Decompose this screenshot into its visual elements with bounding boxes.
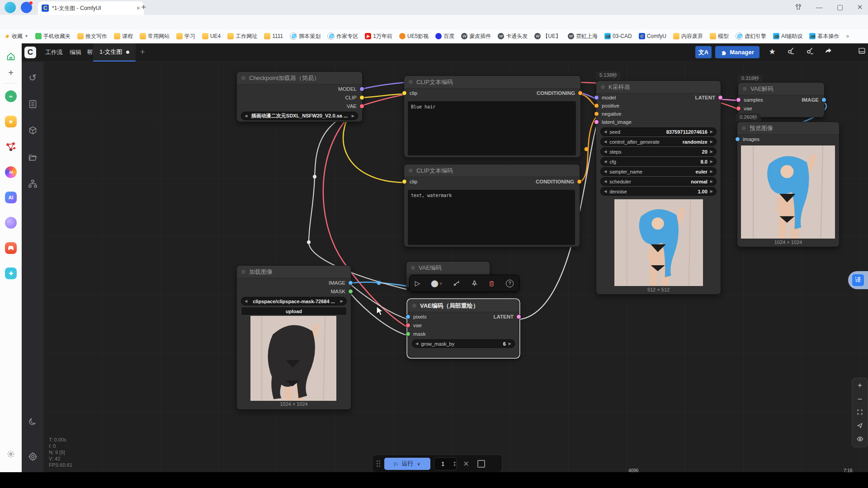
input-slot-model[interactable] [594, 95, 599, 100]
node-load-image[interactable]: 加载图像 IMAGE MASK ◀clipspace/clipspace-mas… [236, 265, 351, 410]
input-slot-vae[interactable] [406, 323, 410, 328]
queue-history-icon[interactable]: ↺ [26, 71, 39, 84]
bookmark-item[interactable]: W卡通头发 [498, 33, 528, 40]
sidebar-link-app-icon[interactable]: ∞ [5, 90, 17, 102]
sidebar-molecule-app-icon[interactable] [5, 141, 17, 153]
sidebar-ai-app-icon[interactable]: AI [5, 192, 17, 203]
bookmark-item[interactable]: 1111 [264, 33, 283, 39]
color-circle-icon[interactable]: ⬤∨ [431, 279, 442, 287]
run-node-icon[interactable]: ▷ [415, 279, 420, 287]
collapse-dot[interactable] [412, 304, 416, 308]
collapse-dot[interactable] [241, 270, 245, 274]
bookmark-item[interactable]: 🌐脚本策划 [290, 33, 321, 40]
widget-image-file[interactable]: ◀clipspace/clipspace-mask-72684 ...▶ [241, 297, 347, 305]
comfy-logo[interactable]: C [24, 47, 36, 58]
collapse-dot[interactable] [742, 126, 746, 130]
output-slot-latent[interactable] [516, 314, 521, 319]
bookmark-item[interactable]: CComfyU [639, 33, 666, 39]
node-vae-decode[interactable]: VAE解码 samplesIMAGE vae [738, 82, 825, 117]
output-slot-model[interactable] [359, 86, 364, 91]
bookmark-item[interactable]: W霓虹上海 [568, 33, 598, 40]
input-slot-vae[interactable] [736, 106, 741, 111]
bottom-panel-toggle-icon[interactable] [856, 47, 867, 56]
input-slot-negative[interactable] [594, 112, 599, 117]
fit-view-icon[interactable] [857, 409, 863, 417]
run-button[interactable]: ▷ 运行 ∨ [384, 458, 430, 470]
convert-link-icon[interactable] [453, 280, 460, 287]
sidebar-game-app-icon[interactable] [5, 242, 17, 254]
zoom-out-icon[interactable]: − [858, 395, 862, 404]
new-tab-button[interactable]: + [141, 2, 146, 12]
bookmark-item[interactable]: 百度 [435, 33, 454, 40]
browser-tab[interactable]: C *1-文生图 - ComfyUI × [38, 1, 144, 15]
input-slot-pixels[interactable] [406, 314, 410, 319]
help-icon[interactable]: ? [506, 280, 514, 287]
bookmark-overflow[interactable]: » [846, 33, 849, 39]
input-slot-samples[interactable] [736, 97, 741, 102]
collapse-dot[interactable] [241, 76, 245, 80]
input-slot-images[interactable] [735, 136, 740, 141]
output-slot-image[interactable] [821, 97, 826, 102]
bookmark-item[interactable]: 内容废弃 [673, 33, 703, 40]
browser-logo-icon[interactable] [5, 2, 16, 13]
node-clip-text-encode-positive[interactable]: CLIP文本编码 clipCONDITIONING Blue hair [404, 75, 581, 158]
input-slot-positive[interactable] [594, 103, 599, 108]
bookmark-item[interactable]: 学习 [176, 33, 195, 40]
sidebar-settings-gear-icon[interactable] [5, 448, 17, 460]
pin-icon[interactable] [471, 280, 478, 287]
tab-close-icon[interactable]: × [137, 5, 140, 12]
sidebar-robot-app-icon[interactable] [5, 217, 17, 229]
collapse-dot[interactable] [411, 266, 415, 270]
widget-cfg[interactable]: ◀cfg8.0▶ [600, 157, 717, 166]
messenger-icon[interactable] [21, 2, 32, 13]
output-slot-clip[interactable] [359, 95, 364, 100]
widget-sampler-name[interactable]: ◀sampler_nameeuler▶ [600, 167, 717, 176]
bookmark-item[interactable]: 常用网站 [140, 33, 170, 40]
sidebar-cyan-app-icon[interactable]: ✚ [5, 267, 17, 279]
translate-toggle-button[interactable]: 文A [695, 46, 712, 58]
stop-icon[interactable] [477, 460, 485, 468]
output-slot-latent[interactable] [718, 95, 723, 100]
bookmark-item[interactable]: 工作网址 [227, 33, 257, 40]
maximize-button[interactable]: ▢ [835, 3, 844, 11]
input-slot-clip[interactable] [402, 179, 407, 184]
node-library-icon[interactable] [26, 98, 39, 110]
bookmark-item[interactable]: 模型 [710, 33, 729, 40]
bookmark-item[interactable]: 📺基本操作 [809, 33, 839, 40]
collapse-dot[interactable] [409, 169, 413, 173]
share-icon[interactable] [823, 47, 834, 56]
input-slot-latent-image[interactable] [594, 120, 599, 125]
bookmark-item[interactable]: 🌐作家专区 [327, 33, 358, 40]
workflows-folder-icon[interactable] [26, 151, 39, 164]
bookmark-item[interactable]: 推文写作 [77, 33, 107, 40]
star-icon[interactable]: ★ [767, 47, 778, 56]
close-button[interactable]: ✕ [855, 3, 864, 11]
select-cursor-icon[interactable] [857, 422, 863, 431]
sidebar-star-app-icon[interactable]: ★ [5, 116, 17, 127]
bookmark-favorites[interactable]: ★收藏▼ [4, 33, 28, 40]
settings-gear-icon[interactable] [26, 450, 39, 463]
collapse-dot[interactable] [743, 87, 747, 91]
output-slot-conditioning[interactable] [577, 179, 582, 184]
node-map-icon[interactable] [26, 177, 39, 190]
count-stepper[interactable]: ▲▼ [453, 460, 456, 467]
manager-button[interactable]: Manager [715, 46, 760, 58]
drag-handle-icon[interactable] [376, 460, 381, 467]
batch-count-input[interactable]: 1 ▲▼ [434, 457, 457, 470]
output-slot-image[interactable] [348, 280, 353, 285]
toolbar-icon-b[interactable] [805, 47, 816, 56]
node-ksampler[interactable]: K采样器 modelLATENT positive negative laten… [596, 80, 721, 295]
bookmark-item[interactable]: UE4 [202, 33, 221, 39]
new-workflow-tab-button[interactable]: + [140, 47, 145, 57]
input-slot-mask[interactable] [406, 331, 410, 336]
zoom-in-icon[interactable]: + [858, 381, 862, 390]
sidebar-home-icon[interactable] [5, 51, 17, 62]
node-checkpoint-loader[interactable]: Checkpoint加载器（简易） MODEL CLIP VAE ◀插画动漫二次… [236, 71, 363, 122]
bookmark-item[interactable]: UE5影视 [399, 33, 429, 40]
run-options-chevron-icon[interactable]: ∨ [417, 461, 420, 466]
output-slot-mask[interactable] [348, 289, 353, 294]
sidebar-add-icon[interactable]: + [5, 67, 17, 79]
bookmark-item[interactable]: 手机收藏夹 [35, 33, 71, 40]
node-clip-text-encode-negative[interactable]: CLIP文本编码 clipCONDITIONING text, watermar… [404, 164, 580, 247]
theme-moon-icon[interactable] [26, 416, 39, 428]
